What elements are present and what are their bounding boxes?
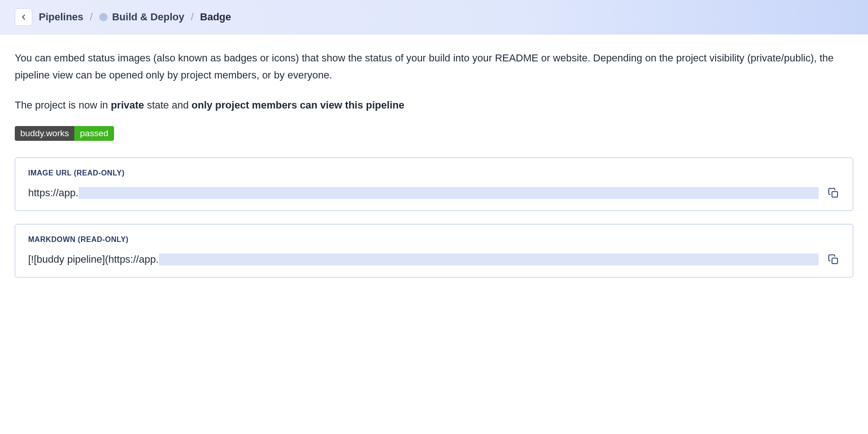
redacted-content bbox=[159, 253, 819, 265]
chevron-left-icon bbox=[19, 13, 28, 21]
breadcrumb-separator: / bbox=[90, 11, 93, 23]
image-url-value[interactable]: https://app. bbox=[28, 187, 819, 199]
svg-rect-0 bbox=[832, 192, 838, 197]
status-visibility: only project members can view this pipel… bbox=[192, 99, 404, 111]
back-button[interactable] bbox=[15, 8, 32, 26]
badge-service: buddy.works bbox=[15, 126, 74, 141]
markdown-field: MARKDOWN (READ-ONLY) [![buddy pipeline](… bbox=[15, 224, 853, 277]
breadcrumb-current: Badge bbox=[200, 11, 231, 23]
project-status-text: The project is now in private state and … bbox=[15, 97, 853, 113]
markdown-label: MARKDOWN (READ-ONLY) bbox=[28, 235, 840, 244]
page-header: Pipelines / Build & Deploy / Badge bbox=[0, 0, 868, 35]
svg-rect-1 bbox=[832, 258, 838, 264]
copy-image-url-button[interactable] bbox=[827, 187, 840, 199]
breadcrumb-separator: / bbox=[191, 11, 193, 23]
image-url-field: IMAGE URL (READ-ONLY) https://app. bbox=[15, 157, 853, 211]
markdown-text: [![buddy pipeline](https://app. bbox=[28, 253, 159, 265]
breadcrumb-pipeline-link[interactable]: Build & Deploy bbox=[99, 11, 184, 23]
status-prefix: The project is now in bbox=[15, 99, 111, 111]
badge-status: passed bbox=[74, 126, 114, 141]
status-state: private bbox=[111, 99, 144, 111]
redacted-content bbox=[78, 187, 819, 199]
breadcrumb-pipelines-link[interactable]: Pipelines bbox=[39, 11, 84, 23]
markdown-value[interactable]: [![buddy pipeline](https://app. bbox=[28, 253, 819, 265]
image-url-text: https://app. bbox=[28, 187, 78, 199]
copy-markdown-button[interactable] bbox=[827, 253, 840, 266]
pipeline-status-dot-icon bbox=[99, 13, 108, 21]
status-mid: state and bbox=[144, 99, 192, 111]
breadcrumb-pipeline-name: Build & Deploy bbox=[112, 11, 184, 23]
image-url-label: IMAGE URL (READ-ONLY) bbox=[28, 169, 840, 177]
copy-icon bbox=[828, 187, 839, 199]
copy-icon bbox=[828, 254, 839, 265]
description-text: You can embed status images (also known … bbox=[15, 49, 853, 84]
breadcrumb: Pipelines / Build & Deploy / Badge bbox=[15, 8, 853, 26]
status-badge: buddy.works passed bbox=[15, 126, 114, 141]
page-content: You can embed status images (also known … bbox=[0, 35, 868, 305]
